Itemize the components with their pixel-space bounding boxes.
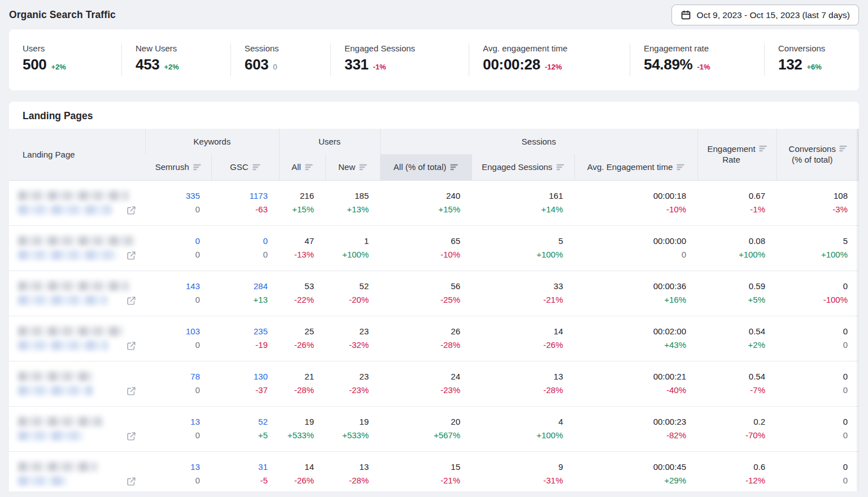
external-link-icon[interactable] (127, 251, 136, 260)
column-header-engaged-sessions[interactable]: Engaged Sessions (472, 154, 574, 180)
value-link[interactable]: 1173 (211, 189, 268, 203)
value-link[interactable]: 31 (211, 460, 268, 474)
column-header-engagement-rate[interactable]: Engagement Rate (697, 129, 777, 180)
sort-icon[interactable] (759, 145, 767, 152)
cell-engaged-sessions: 14-26% (472, 316, 574, 361)
table-row: 13031-514-26%13-28%15-21%9-31%00:00:45+2… (9, 451, 859, 491)
value: 52 (325, 280, 369, 293)
value: 23 (325, 325, 369, 338)
stat-delta: 0 (273, 63, 277, 71)
delta: +100% (697, 248, 765, 261)
delta: +15% (279, 203, 314, 216)
column-header-sessions-all[interactable]: All (% of total) (380, 154, 472, 180)
cell-landing-page (9, 271, 145, 316)
value-link[interactable]: 130 (211, 370, 268, 383)
external-link-icon[interactable] (127, 477, 136, 486)
external-link-icon[interactable] (127, 206, 136, 215)
value-link[interactable]: 13 (145, 415, 200, 429)
sort-icon[interactable] (252, 164, 260, 171)
delta: +5 (211, 429, 268, 442)
value: 47 (279, 234, 314, 248)
stat-label: Avg. engagement time (483, 43, 630, 53)
redacted-page-url[interactable] (18, 295, 107, 305)
delta: -26% (279, 474, 314, 487)
external-link-icon[interactable] (127, 386, 136, 396)
sort-icon[interactable] (193, 164, 201, 171)
column-header-avg-engagement-time[interactable]: Avg. Engagement time (574, 154, 697, 180)
value: 240 (380, 189, 460, 203)
column-header-users-all[interactable]: All (279, 154, 325, 180)
external-link-icon[interactable] (127, 296, 136, 306)
value: 00:00:18 (574, 189, 686, 203)
value: 185 (325, 189, 369, 203)
redacted-page-title (18, 417, 103, 426)
cell-engaged-sessions: 9-31% (472, 451, 574, 491)
delta: -21% (380, 474, 460, 487)
value: 0.54 (697, 370, 765, 383)
column-header-gsc[interactable]: GSC (211, 154, 279, 180)
stat-label: Users (23, 43, 121, 53)
value-link[interactable]: 13 (145, 460, 200, 474)
value: 33 (472, 280, 563, 293)
cell-avg-engagement-time: 00:02:00+43% (574, 316, 697, 361)
cell-gsc: 00 (211, 225, 279, 271)
sort-icon[interactable] (359, 164, 367, 171)
column-header-users-new[interactable]: New (325, 154, 380, 180)
date-range-label: Oct 9, 2023 - Oct 15, 2023 (last 7 days) (697, 10, 850, 20)
stat-value: 331 (344, 56, 368, 73)
redacted-page-url[interactable] (18, 476, 67, 486)
column-label: Semrush (155, 162, 189, 172)
stat-sessions: Sessions6030 (230, 43, 330, 76)
value-link[interactable]: 235 (211, 325, 268, 338)
redacted-page-url[interactable] (18, 250, 117, 260)
value-link[interactable]: 0 (145, 234, 200, 248)
delta: 0 (777, 474, 848, 487)
value: 0 (777, 280, 848, 293)
cell-sessions-all: 56-25% (380, 271, 472, 316)
redacted-page-url[interactable] (18, 205, 112, 215)
redacted-page-title (18, 326, 123, 336)
external-link-icon[interactable] (127, 341, 136, 351)
cell-gsc: 235-19 (211, 316, 279, 361)
cell-sessions-all: 24-23% (380, 361, 472, 406)
value-link[interactable]: 284 (211, 280, 268, 293)
value-link[interactable]: 103 (145, 325, 200, 338)
cell-engagement-rate: 0.6-12% (697, 451, 777, 491)
table-row: 1030235-1925-26%23-32%26-28%14-26%00:02:… (9, 316, 859, 361)
cell-sessions-all: 15-21% (380, 451, 472, 491)
value-link[interactable]: 52 (211, 415, 268, 429)
stat-delta: -1% (697, 63, 710, 71)
external-link-icon[interactable] (127, 431, 136, 441)
sort-icon[interactable] (839, 145, 847, 152)
delta: -63 (211, 203, 268, 216)
value-link[interactable]: 0 (211, 234, 268, 248)
value: 25 (279, 325, 314, 338)
cell-avg-engagement-time: 00:00:18-10% (574, 180, 697, 225)
redacted-page-url[interactable] (18, 341, 108, 350)
delta: +13 (211, 293, 268, 307)
sort-icon[interactable] (677, 164, 684, 171)
delta: +100% (777, 248, 848, 261)
value-link[interactable]: 143 (145, 280, 200, 293)
date-range-picker[interactable]: Oct 9, 2023 - Oct 15, 2023 (last 7 days) (671, 5, 859, 25)
cell-users-new: 23-32% (325, 316, 380, 361)
sort-icon[interactable] (305, 164, 313, 171)
delta: -1% (697, 203, 765, 216)
sort-icon[interactable] (556, 164, 564, 171)
stat-label: Engaged Sessions (344, 43, 469, 53)
delta: -13% (279, 248, 314, 261)
redacted-page-url[interactable] (18, 386, 93, 395)
summary-stats-card: Users500+2%New Users453+2%Sessions6030En… (9, 29, 859, 90)
delta: 0 (145, 293, 200, 307)
redacted-page-url[interactable] (18, 431, 84, 441)
delta: 0 (211, 248, 268, 261)
cell-avg-engagement-time: 00:00:000 (574, 225, 697, 271)
column-header-conversions[interactable]: Conversions (% of total) (777, 129, 859, 180)
column-label: All (% of total) (394, 162, 446, 172)
value-link[interactable]: 335 (145, 189, 200, 203)
cell-conversions: 00 (777, 361, 859, 406)
value-link[interactable]: 78 (145, 370, 200, 383)
sort-icon[interactable] (450, 164, 458, 171)
stat-delta: +2% (51, 63, 66, 71)
column-header-semrush[interactable]: Semrush (145, 154, 211, 180)
